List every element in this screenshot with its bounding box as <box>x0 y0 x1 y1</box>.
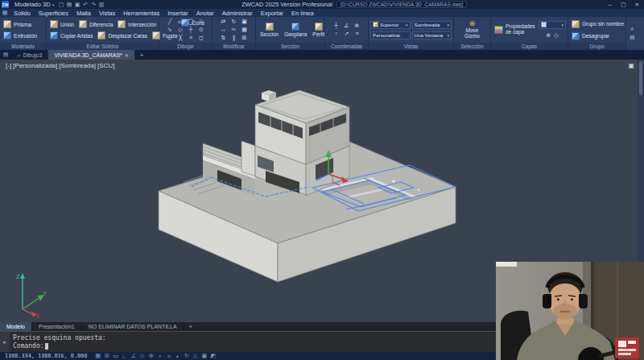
explode-icon[interactable]: ⊞ <box>239 34 250 42</box>
move-icon[interactable]: ⇄ <box>218 18 229 26</box>
ucs-origin-icon[interactable]: ⊕ <box>352 22 362 30</box>
line-icon[interactable]: ╱ <box>165 18 175 26</box>
annotation-icon[interactable]: △ <box>191 353 200 359</box>
otrack-icon[interactable]: ⊕ <box>147 353 155 359</box>
offset-icon[interactable]: ∥ <box>229 34 239 42</box>
polygon-icon[interactable]: ◇ <box>175 26 186 34</box>
desplazar-caras-button[interactable]: Desplazar Caras <box>96 31 148 40</box>
interseccion-button[interactable]: Intersección <box>116 19 158 29</box>
lineweight-icon[interactable]: ≡ <box>164 354 173 359</box>
ucs-z-icon[interactable]: ↑ <box>331 30 341 38</box>
selection-cycling-icon[interactable]: ↻ <box>182 353 191 359</box>
menu-administrar[interactable]: Administrar <box>218 10 257 17</box>
visual-style-control[interactable]: [Sombreada] <box>58 62 97 69</box>
ungroup-button[interactable]: Desagrupar <box>570 31 625 41</box>
stretch-icon[interactable]: ↔ <box>218 26 229 34</box>
tab-list-icon[interactable]: ▤ <box>0 52 11 58</box>
snap-icon[interactable]: ▭ <box>111 353 120 359</box>
add-layout-button[interactable]: + <box>184 323 198 330</box>
minimize-button[interactable]: – <box>603 0 617 9</box>
doc-tab-vivienda-3d-camaras[interactable]: VIVIENDA 3D_CÁMARAS* ✕ <box>48 50 134 60</box>
extrusion-button[interactable]: Extrusión <box>2 31 39 40</box>
seccion-button[interactable]: Sección <box>258 23 281 37</box>
tab-presentacion1[interactable]: Presentación1 <box>32 322 82 331</box>
circle-icon[interactable]: ◯ <box>186 18 196 26</box>
layer-dropdown[interactable]: ▾ <box>539 21 566 29</box>
array-icon[interactable]: ▦ <box>239 26 250 34</box>
union-button[interactable]: Unión <box>48 19 76 29</box>
move-gizmo-button[interactable]: ⊕ Move Gizmo <box>456 20 489 39</box>
annotation-scale-icon[interactable]: ▣ <box>200 353 208 359</box>
group-create-button[interactable]: Grupo sin nombre <box>570 19 625 29</box>
point-icon[interactable]: ┼ <box>186 26 196 34</box>
menu-solido[interactable]: Sólido <box>10 10 35 17</box>
menu-grid-icon[interactable]: ▦ <box>0 10 10 16</box>
layer-properties-button[interactable]: Propiedades de capa <box>493 23 536 36</box>
save-icon[interactable]: ▣ <box>73 2 81 8</box>
grid-icon[interactable]: ⊞ <box>102 353 111 359</box>
menu-anotar[interactable]: Anotar <box>192 10 218 17</box>
viewport-menu-control[interactable]: [-] <box>5 62 12 69</box>
close-button[interactable]: ✕ <box>630 0 644 9</box>
copiar-aristas-button[interactable]: Copiar Aristas <box>48 31 94 40</box>
ucs-angle-icon[interactable]: ∠ <box>341 22 352 30</box>
copy-icon[interactable]: ▣ <box>239 18 250 26</box>
model-space-icon[interactable]: ▦ <box>93 353 102 359</box>
command-options-icon[interactable]: ▸ <box>0 332 10 352</box>
new-icon[interactable]: ▢ <box>57 2 65 8</box>
ucs-world-icon[interactable]: ≡ <box>352 30 362 38</box>
arc-icon[interactable]: ◠ <box>196 18 207 26</box>
diferencia-button[interactable]: Diferencia <box>77 19 114 29</box>
menu-herramientas[interactable]: Herramientas <box>119 10 163 17</box>
tab-modelo[interactable]: Modelo <box>0 322 32 331</box>
donut-icon[interactable]: ⊙ <box>196 26 207 34</box>
polyline-icon[interactable]: ▱ <box>165 34 175 42</box>
view-control[interactable]: [Personalizada] <box>12 62 58 69</box>
collapse-ribbon-icon[interactable]: ∧ <box>630 26 635 32</box>
osnap-icon[interactable]: ◇ <box>138 353 147 359</box>
viewport-config-dropdown[interactable]: Una Ventana ▾ <box>412 31 452 39</box>
undo-icon[interactable]: ↶ <box>81 2 89 8</box>
layer-freeze-icon[interactable]: ◇ <box>554 31 558 39</box>
hatch-icon[interactable]: ≡ <box>186 34 196 42</box>
spline-icon[interactable]: ∿ <box>165 26 175 34</box>
redo-icon[interactable]: ↷ <box>89 2 97 8</box>
menu-exportar[interactable]: Exportar <box>257 10 287 17</box>
customize-views-button[interactable]: Personalizar <box>370 31 411 39</box>
rotate-icon[interactable]: ↻ <box>229 18 239 26</box>
region-icon[interactable]: ◻ <box>196 34 207 42</box>
viewport-restore-icon[interactable]: ▣ <box>628 62 634 69</box>
ucs-control[interactable]: [SCU] <box>97 62 115 69</box>
tab-no-eliminar-datos-plantilla[interactable]: NO ELIMINAR DATOS PLANTILLA <box>82 322 184 331</box>
menu-insertar[interactable]: Insertar <box>163 10 192 17</box>
menu-en-linea[interactable]: En línea <box>287 10 318 17</box>
menu-vistas[interactable]: Vistas <box>95 10 119 17</box>
menu-malla[interactable]: Malla <box>72 10 95 17</box>
command-input-cursor[interactable] <box>45 343 48 350</box>
transparency-icon[interactable]: ◐ <box>173 354 182 359</box>
rectangle-icon[interactable]: ▭ <box>175 18 186 26</box>
mirror-icon[interactable]: ⇅ <box>218 34 229 42</box>
prisma-button[interactable]: Prisma <box>2 19 39 29</box>
ortho-icon[interactable]: ∟ <box>120 354 129 359</box>
maximize-button[interactable]: ▢ <box>617 0 630 9</box>
doc-tab-dibujo3[interactable]: ▱ Dibujo3 <box>11 50 48 60</box>
layer-on-icon[interactable]: ⊕ <box>546 31 551 39</box>
workspace-switcher[interactable]: Modelado 3D ▾ <box>11 1 57 8</box>
trim-icon[interactable]: ✂ <box>229 26 239 34</box>
geoplana-button[interactable]: Geoplana <box>282 23 309 37</box>
visual-style-dropdown[interactable]: Sombreada ▾ <box>412 21 452 29</box>
xline-icon[interactable]: ╳ <box>175 34 186 42</box>
menu-superficies[interactable]: Superficies <box>35 10 72 17</box>
close-tab-icon[interactable]: ✕ <box>125 52 129 58</box>
view-direction-dropdown[interactable]: Superior ▾ <box>370 21 411 29</box>
panel-toggle-icon[interactable]: ▤ <box>630 35 635 41</box>
print-icon[interactable]: ▥ <box>97 2 105 8</box>
ucs-view-icon[interactable]: ↗ <box>341 30 352 38</box>
polar-tracking-icon[interactable]: ∠ <box>129 353 138 359</box>
scrollbar-thumb[interactable] <box>639 61 642 95</box>
dynamic-input-icon[interactable]: + <box>155 354 164 359</box>
new-tab-button[interactable]: + <box>135 52 149 59</box>
ui-lock-icon[interactable]: ◩ <box>208 353 217 359</box>
ucs-icon[interactable]: ┼ <box>331 22 341 30</box>
